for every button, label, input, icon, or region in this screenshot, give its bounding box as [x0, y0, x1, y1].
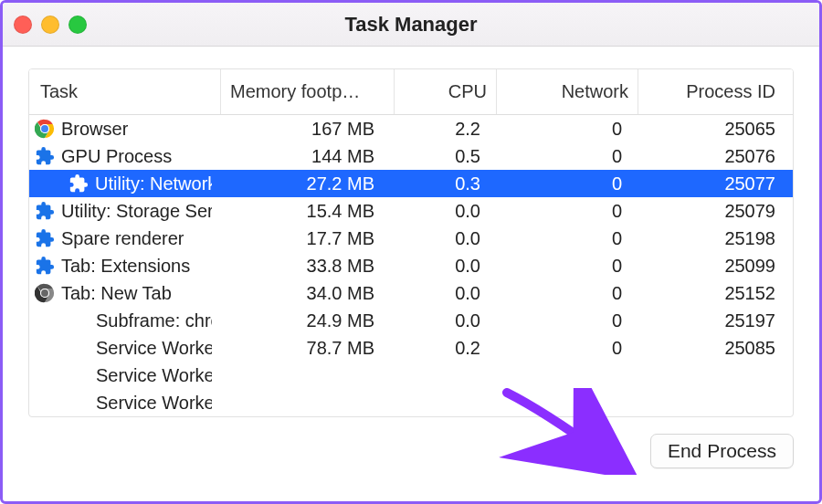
task-name: Service Worker: htt	[96, 338, 212, 359]
table-header: Task Memory footp… CPU Network Process I…	[29, 69, 793, 115]
task-name: Browser	[61, 119, 128, 140]
cell-network: 0	[497, 283, 638, 304]
column-header-network[interactable]: Network	[497, 69, 638, 114]
cell-task: Service Worker: htt	[29, 365, 221, 386]
cell-task: Service Worker: htt	[29, 393, 221, 414]
cell-memory: 78.7 MB	[221, 338, 395, 359]
table-row[interactable]: Tab: Extensions33.8 MB0.0025099	[29, 252, 793, 279]
maximize-window-button[interactable]	[68, 16, 87, 34]
cell-network: 0	[497, 201, 638, 222]
end-process-button[interactable]: End Process	[650, 434, 794, 468]
cell-task: Utility: Network Se	[29, 173, 221, 194]
task-name: Service Worker: htt	[96, 393, 212, 414]
table-body: Browser167 MB2.2025065GPU Process144 MB0…	[29, 115, 793, 416]
cell-cpu: 0.0	[395, 310, 497, 331]
cell-task: Subframe: chrome	[29, 310, 221, 331]
table-row[interactable]: GPU Process144 MB0.5025076	[29, 142, 793, 170]
cell-memory: 33.8 MB	[221, 256, 395, 277]
task-name: Service Worker: htt	[96, 365, 212, 386]
cell-pid: 25085	[638, 338, 792, 359]
table-row[interactable]: Utility: Network Se27.2 MB0.3025077	[29, 170, 793, 197]
cell-network: 0	[497, 310, 638, 331]
cell-network: 0	[497, 146, 638, 167]
cell-cpu: 0.2	[395, 338, 497, 359]
puzzle-icon	[35, 256, 55, 276]
cell-pid: 25079	[638, 201, 792, 222]
puzzle-icon	[68, 173, 89, 194]
close-window-button[interactable]	[14, 16, 32, 34]
cell-pid: 25065	[638, 119, 792, 140]
cell-network: 0	[497, 173, 638, 194]
content-area: Task Memory footp… CPU Network Process I…	[3, 47, 819, 417]
cell-task: Tab: Extensions	[29, 256, 221, 277]
task-name: Subframe: chrome	[96, 310, 212, 331]
cell-network: 0	[497, 338, 638, 359]
column-header-cpu[interactable]: CPU	[395, 69, 497, 114]
process-table: Task Memory footp… CPU Network Process I…	[28, 68, 794, 417]
chrome-icon	[35, 119, 55, 139]
cell-memory: 24.9 MB	[221, 310, 395, 331]
cell-pid: 25198	[638, 228, 792, 249]
cell-task: Tab: New Tab	[29, 283, 221, 304]
cell-memory: 144 MB	[221, 146, 395, 167]
cell-cpu: 0.5	[395, 146, 497, 167]
cell-cpu: 2.2	[395, 119, 497, 140]
window-titlebar: Task Manager	[3, 3, 819, 47]
column-header-task[interactable]: Task	[29, 69, 221, 114]
cell-cpu: 0.3	[395, 173, 497, 194]
window-title: Task Manager	[344, 13, 477, 37]
cell-cpu: 0.0	[395, 201, 497, 222]
cell-pid: 25076	[638, 146, 792, 167]
task-name: Tab: New Tab	[61, 283, 172, 304]
task-name: Utility: Storage Ser	[61, 201, 212, 222]
puzzle-icon	[35, 201, 55, 221]
cell-cpu: 0.0	[395, 283, 497, 304]
cell-pid: 25152	[638, 283, 792, 304]
svg-point-2	[41, 125, 48, 132]
cell-task: Browser	[29, 119, 221, 140]
table-row[interactable]: Service Worker: htt78.7 MB0.2025085	[29, 334, 793, 362]
cell-memory: 15.4 MB	[221, 201, 395, 222]
footer: End Process	[3, 417, 819, 468]
task-name: Tab: Extensions	[61, 256, 190, 277]
table-row[interactable]: Subframe: chrome24.9 MB0.0025197	[29, 307, 793, 334]
puzzle-icon	[35, 146, 55, 166]
cell-memory: 167 MB	[221, 119, 395, 140]
cell-task: Spare renderer	[29, 228, 221, 249]
cell-pid: 25077	[638, 173, 792, 194]
task-name: Spare renderer	[61, 228, 184, 249]
cell-network: 0	[497, 119, 638, 140]
table-row[interactable]: Tab: New Tab34.0 MB0.0025152	[29, 279, 793, 307]
table-row[interactable]: Browser167 MB2.2025065	[29, 115, 793, 142]
cell-pid: 25099	[638, 256, 792, 277]
cell-network: 0	[497, 228, 638, 249]
chrome-gray-icon	[35, 283, 55, 303]
cell-memory: 27.2 MB	[221, 173, 395, 194]
task-name: Utility: Network Se	[95, 173, 212, 194]
cell-network: 0	[497, 256, 638, 277]
table-row[interactable]: Service Worker: htt	[29, 389, 793, 416]
cell-task: GPU Process	[29, 146, 221, 167]
cell-task: Service Worker: htt	[29, 338, 221, 359]
cell-pid: 25197	[638, 310, 792, 331]
cell-memory: 17.7 MB	[221, 228, 395, 249]
traffic-lights	[14, 16, 87, 34]
cell-task: Utility: Storage Ser	[29, 201, 221, 222]
column-header-memory[interactable]: Memory footp…	[221, 69, 395, 114]
svg-point-5	[41, 289, 48, 297]
task-name: GPU Process	[61, 146, 172, 167]
puzzle-icon	[35, 228, 55, 248]
table-row[interactable]: Utility: Storage Ser15.4 MB0.0025079	[29, 197, 793, 225]
table-row[interactable]: Service Worker: htt	[29, 362, 793, 389]
cell-cpu: 0.0	[395, 256, 497, 277]
cell-memory: 34.0 MB	[221, 283, 395, 304]
table-row[interactable]: Spare renderer17.7 MB0.0025198	[29, 225, 793, 252]
column-header-pid[interactable]: Process ID	[638, 69, 792, 114]
cell-cpu: 0.0	[395, 228, 497, 249]
minimize-window-button[interactable]	[41, 16, 59, 34]
